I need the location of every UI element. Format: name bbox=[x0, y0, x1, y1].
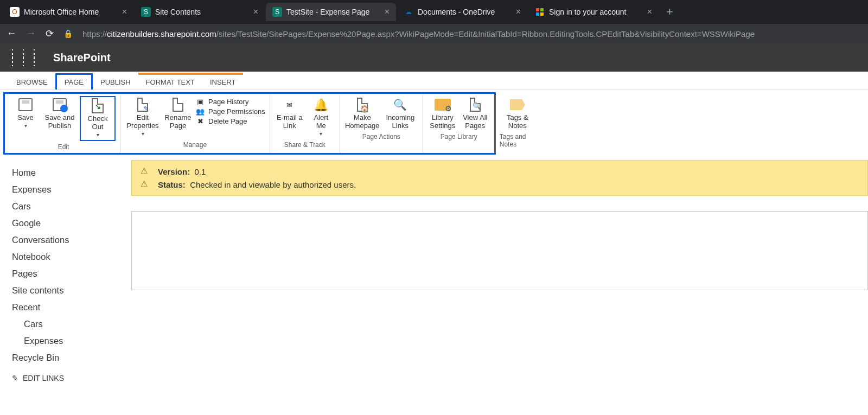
ribbon-tab-row: BROWSE PAGE PUBLISH FORMAT TEXT INSERT bbox=[0, 72, 868, 90]
svg-rect-1 bbox=[540, 8, 544, 11]
url-host: citizenbuilders.sharepoint.com bbox=[107, 29, 216, 39]
nav-pages[interactable]: Pages bbox=[12, 265, 123, 282]
tab-title: Documents - OneDrive bbox=[418, 8, 512, 16]
page-history-button[interactable]: ▣ Page History bbox=[195, 97, 265, 106]
nav-recycle-bin[interactable]: Recycle Bin bbox=[12, 349, 123, 366]
nav-recent-expenses[interactable]: Expenses bbox=[12, 333, 123, 349]
svg-rect-3 bbox=[540, 12, 544, 16]
save-publish-icon bbox=[50, 97, 69, 112]
label: Save bbox=[17, 113, 34, 122]
page-permissions-button[interactable]: 👥 Page Permissions bbox=[195, 107, 265, 116]
view-all-icon: 🔍 bbox=[466, 97, 484, 112]
delete-icon: ✖ bbox=[195, 117, 205, 125]
alert-me-button[interactable]: 🔔 Alert Me bbox=[307, 96, 335, 139]
nav-home[interactable]: Home bbox=[12, 164, 123, 181]
checkout-icon bbox=[88, 98, 107, 113]
save-icon bbox=[16, 97, 35, 112]
ribbon-tab-browse[interactable]: BROWSE bbox=[9, 75, 55, 90]
warning-icon: ⚠ bbox=[141, 166, 151, 177]
favicon-sharepoint: S bbox=[141, 7, 151, 17]
group-label: Tags and Notes bbox=[500, 133, 535, 148]
app-launcher-icon[interactable]: ⋮⋮⋮⋮⋮⋮⋮⋮⋮ bbox=[8, 51, 40, 64]
nav-recent-cars[interactable]: Cars bbox=[12, 316, 123, 333]
back-icon[interactable]: ← bbox=[7, 28, 16, 40]
save-button[interactable]: Save bbox=[11, 96, 40, 131]
close-icon[interactable]: × bbox=[516, 7, 521, 17]
tab-title: TestSite - Expense Page bbox=[286, 8, 380, 16]
label: Library Settings bbox=[429, 113, 457, 130]
reload-icon[interactable]: ⟳ bbox=[46, 28, 54, 40]
save-and-publish-button[interactable]: Save and Publish bbox=[42, 96, 78, 131]
close-icon[interactable]: × bbox=[122, 7, 127, 17]
ribbon-tab-publish[interactable]: PUBLISH bbox=[93, 75, 138, 90]
tab-title: Sign in to your account bbox=[549, 8, 643, 16]
nav-cars[interactable]: Cars bbox=[12, 198, 123, 215]
label: Check Out bbox=[82, 114, 113, 131]
tags-notes-button[interactable]: Tags & Notes bbox=[500, 96, 535, 131]
nav-notebook[interactable]: Notebook bbox=[12, 248, 123, 265]
nav-google[interactable]: Google bbox=[12, 215, 123, 232]
nav-expenses[interactable]: Expenses bbox=[12, 181, 123, 198]
links-icon: 🔍 bbox=[391, 97, 410, 112]
incoming-links-button[interactable]: 🔍 Incoming Links bbox=[382, 96, 418, 131]
edit-links-button[interactable]: ✎ EDIT LINKS bbox=[12, 374, 123, 382]
check-out-button[interactable]: Check Out bbox=[80, 96, 116, 141]
version-value: 0.1 bbox=[195, 167, 206, 176]
ribbon-group-actions: 🏠 Make Homepage 🔍 Incoming Links Page Ac… bbox=[340, 95, 423, 153]
browser-tab[interactable]: ☁ Documents - OneDrive × bbox=[397, 3, 527, 21]
view-all-pages-button[interactable]: 🔍 View All Pages bbox=[460, 96, 490, 131]
close-icon[interactable]: × bbox=[647, 7, 652, 17]
home-icon: 🏠 bbox=[353, 97, 372, 112]
group-label: Page Actions bbox=[362, 133, 400, 141]
page-status-banner: ⚠ Version: 0.1 ⚠ Status: Checked in and … bbox=[131, 160, 868, 196]
url-path: /sites/TestSite/SitePages/Expense%20Page… bbox=[216, 29, 755, 39]
close-icon[interactable]: × bbox=[385, 7, 390, 17]
email-link-button[interactable]: ✉ E-mail a Link bbox=[275, 96, 305, 131]
label: Tags & Notes bbox=[501, 113, 534, 130]
rename-page-button[interactable]: Rename Page bbox=[163, 96, 193, 131]
edit-properties-button[interactable]: ✎ Edit Properties bbox=[125, 96, 161, 139]
permissions-icon: 👥 bbox=[195, 107, 205, 116]
lock-icon[interactable]: 🔒 bbox=[63, 29, 73, 38]
email-icon: ✉ bbox=[280, 97, 299, 112]
new-tab-button[interactable]: + bbox=[660, 5, 680, 19]
nav-conversations[interactable]: Conversations bbox=[12, 232, 123, 248]
properties-icon: ✎ bbox=[133, 97, 152, 112]
ribbon-tab-format-text[interactable]: FORMAT TEXT bbox=[138, 73, 202, 90]
group-label: Share & Track bbox=[284, 141, 326, 149]
make-homepage-button[interactable]: 🏠 Make Homepage bbox=[344, 96, 380, 131]
delete-page-button[interactable]: ✖ Delete Page bbox=[195, 117, 265, 125]
rename-icon bbox=[169, 97, 187, 112]
wiki-edit-area[interactable] bbox=[131, 211, 868, 290]
version-label: Version: bbox=[158, 167, 190, 176]
url-text[interactable]: https://citizenbuilders.sharepoint.com/s… bbox=[82, 29, 755, 39]
browser-tab-active[interactable]: S TestSite - Expense Page × bbox=[266, 3, 396, 21]
favicon-office: O bbox=[10, 7, 20, 17]
forward-icon[interactable]: → bbox=[26, 28, 36, 40]
ribbon-tab-page[interactable]: PAGE bbox=[55, 73, 93, 90]
nav-recent[interactable]: Recent bbox=[12, 299, 123, 316]
ribbon-group-edit: Save Save and Publish Check Out Edit bbox=[7, 95, 120, 153]
label: Page History bbox=[208, 98, 248, 106]
ribbon-group-share: ✉ E-mail a Link 🔔 Alert Me Share & Track bbox=[270, 95, 340, 153]
ribbon-group-manage: ✎ Edit Properties Rename Page ▣ Page His… bbox=[120, 95, 270, 153]
group-label: Edit bbox=[58, 143, 69, 151]
label: Save and Publish bbox=[43, 113, 76, 130]
ribbon-group-library: Library Settings 🔍 View All Pages Page L… bbox=[423, 95, 495, 153]
browser-tab[interactable]: S Site Contents × bbox=[135, 3, 265, 21]
browser-address-bar: ← → ⟳ 🔒 https://citizenbuilders.sharepoi… bbox=[0, 24, 868, 43]
nav-site-contents[interactable]: Site contents bbox=[12, 282, 123, 299]
browser-tab[interactable]: O Microsoft Office Home × bbox=[3, 3, 133, 21]
url-prefix: https:// bbox=[82, 29, 107, 39]
ribbon-tab-insert[interactable]: INSERT bbox=[202, 73, 243, 90]
svg-rect-0 bbox=[536, 8, 539, 11]
favicon-microsoft bbox=[535, 7, 545, 17]
browser-tab[interactable]: Sign in to your account × bbox=[528, 3, 659, 21]
close-icon[interactable]: × bbox=[253, 7, 258, 17]
label: Incoming Links bbox=[384, 113, 417, 130]
svg-rect-2 bbox=[536, 12, 539, 16]
history-icon: ▣ bbox=[195, 97, 205, 106]
app-title[interactable]: SharePoint bbox=[53, 52, 111, 64]
library-settings-button[interactable]: Library Settings bbox=[427, 96, 458, 131]
tab-title: Site Contents bbox=[155, 8, 249, 16]
